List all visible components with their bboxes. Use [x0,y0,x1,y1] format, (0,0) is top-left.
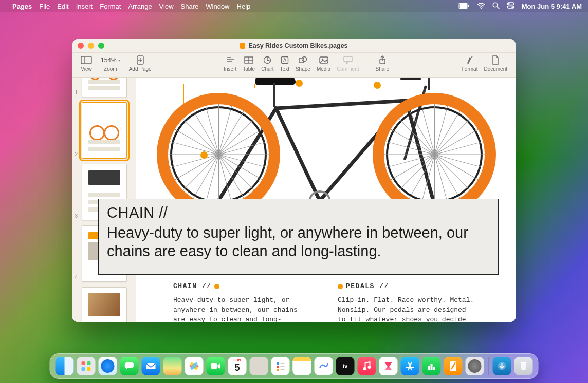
window-close-button[interactable] [78,43,84,49]
dock-messages-icon[interactable] [120,357,139,375]
page-thumbnail-5[interactable] [82,287,127,322]
svg-rect-43 [146,363,156,369]
dock-mail-icon[interactable] [142,357,160,375]
dock-finder-icon[interactable] [56,357,74,375]
dock-launchpad-icon[interactable] [77,357,96,375]
pages-toolbar: View 154% Zoom Add Page Insert Table Cha… [72,53,516,78]
callout-marker-pedals [338,284,343,289]
toolbar-chart[interactable]: Chart [258,55,277,72]
dock-music-icon[interactable] [358,357,376,375]
toolbar-add-page-label: Add Page [129,66,152,72]
callout-marker-seat [296,80,303,87]
pages-window: Easy Rides Custom Bikes.pages View 154% … [72,39,516,322]
toolbar-format[interactable]: Format [458,55,481,72]
hover-text-body: Heavy-duty to super light, or anywhere i… [107,223,490,261]
dock-facetime-icon[interactable] [207,357,225,375]
toolbar-zoom-label: Zoom [104,66,117,72]
svg-rect-39 [82,361,85,365]
toolbar-chart-label: Chart [261,66,273,72]
app-menu[interactable]: Pages [12,3,32,10]
svg-text:A: A [283,58,286,63]
menu-format[interactable]: Format [100,3,121,10]
page-number: 2 [75,151,78,157]
toolbar-text[interactable]: A Text [277,55,292,72]
chain-body: Heavy-duty to super light, or anywhere i… [173,296,312,322]
page-thumbnail-2[interactable]: 2 [82,102,127,159]
toolbar-table-label: Table [243,66,255,72]
menu-window[interactable]: Window [206,3,229,10]
menu-view[interactable]: View [159,3,174,10]
dock-photos-icon[interactable] [185,357,204,375]
svg-point-8 [508,3,510,5]
svg-point-3 [481,7,482,8]
dock-downloads-icon[interactable] [493,357,511,375]
dock-system-settings-icon[interactable] [466,357,484,375]
callout-marker-handlebars [374,82,381,89]
svg-point-48 [277,362,279,365]
svg-rect-61 [433,367,435,370]
svg-rect-59 [428,366,430,370]
control-center-icon[interactable] [507,2,514,10]
svg-point-50 [277,369,279,371]
macos-dock: JUN5 tv [50,353,539,379]
dock-news-icon[interactable] [379,357,398,375]
toolbar-shape[interactable]: Shape [292,55,314,72]
document-proxy-icon[interactable] [240,43,245,49]
menu-share[interactable]: Share [181,3,199,10]
toolbar-view-label: View [81,66,92,72]
spotlight-icon[interactable] [492,2,500,11]
svg-point-9 [511,6,513,8]
dock-maps-icon[interactable] [163,357,182,375]
window-titlebar[interactable]: Easy Rides Custom Bikes.pages [72,39,516,53]
svg-rect-60 [431,364,433,370]
toolbar-media-label: Media [317,66,330,72]
toolbar-share[interactable]: Share [372,55,392,72]
dock-pages-icon[interactable] [444,357,463,375]
svg-point-25 [302,57,307,62]
toolbar-view[interactable]: View [78,55,95,72]
calendar-day: 5 [234,362,240,373]
pedals-body: Clip-in. Flat. Race worthy. Metal. Nonsl… [338,296,476,322]
menubar-clock[interactable]: Mon Jun 5 9:41 AM [522,3,582,10]
dock-notes-icon[interactable] [293,357,311,375]
menu-arrange[interactable]: Arrange [128,3,152,10]
svg-rect-40 [87,361,91,365]
dock-reminders-icon[interactable] [271,357,290,375]
toolbar-format-label: Format [462,66,478,72]
toolbar-zoom[interactable]: 154% Zoom [95,55,126,72]
toolbar-media[interactable]: Media [314,55,334,72]
dock-tv-icon[interactable]: tv [336,357,355,375]
tv-label: tv [343,363,347,369]
toolbar-table[interactable]: Table [240,55,258,72]
window-minimize-button[interactable] [88,43,94,49]
dock-appstore-icon[interactable] [401,357,419,375]
menu-help[interactable]: Help [237,3,251,10]
dock-numbers-icon[interactable] [422,357,441,375]
page-number: 4 [75,275,78,280]
dock-trash-icon[interactable] [514,357,533,375]
toolbar-insert[interactable]: Insert [220,55,240,72]
zoom-value[interactable]: 154% [98,55,123,65]
menu-edit[interactable]: Edit [57,3,68,10]
dock-contacts-icon[interactable] [250,357,268,375]
toolbar-text-label: Text [280,66,289,72]
page-thumbnail-1[interactable]: 1 [82,78,127,97]
toolbar-add-page[interactable]: Add Page [126,55,155,72]
window-title: Easy Rides Custom Bikes.pages [248,42,347,49]
window-zoom-button[interactable] [98,43,104,49]
page-number: 3 [75,213,78,219]
menu-file[interactable]: File [39,3,50,10]
wifi-icon[interactable] [477,3,485,10]
dock-calendar-icon[interactable]: JUN5 [228,357,247,375]
battery-icon[interactable] [458,3,470,10]
dock-freeform-icon[interactable] [315,357,333,375]
svg-point-27 [321,59,323,60]
toolbar-document[interactable]: Document [481,55,510,72]
toolbar-comment-label: Comment [337,66,359,72]
pedals-heading: PEDALS // [346,282,389,292]
svg-rect-64 [521,362,527,363]
macos-menubar: Pages File Edit Insert Format Arrange Vi… [0,0,588,12]
svg-point-55 [368,366,371,369]
dock-safari-icon[interactable] [99,357,117,375]
menu-insert[interactable]: Insert [76,3,93,10]
